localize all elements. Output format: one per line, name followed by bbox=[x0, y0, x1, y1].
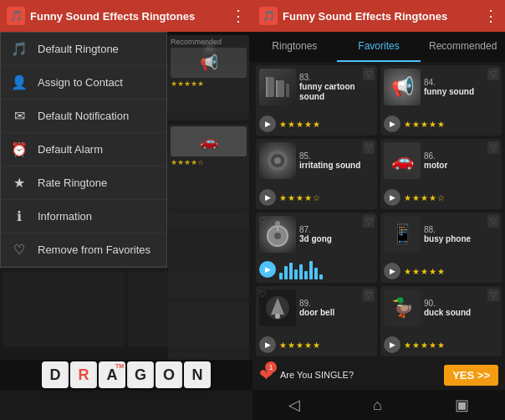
play-89[interactable]: ▶ bbox=[259, 336, 276, 353]
tab-ringtones[interactable]: Ringtones bbox=[252, 32, 337, 62]
ad-text: Are You SINGLE? bbox=[280, 370, 437, 380]
stars-84: ★★★★★ bbox=[404, 120, 446, 129]
back-button-right[interactable]: ◁ bbox=[288, 396, 300, 414]
download-icon-89[interactable]: ▽ bbox=[363, 289, 375, 301]
card-84: ▽ 📢 84. funny sound ▶ ★★★★★ bbox=[380, 65, 502, 136]
name-86: motor bbox=[424, 161, 498, 171]
menu-label-default-alarm: Default Alarm bbox=[38, 143, 103, 156]
right-title: Funny Sound Effects Ringtones bbox=[283, 10, 478, 23]
ad-heart-icon: ❤ 1 bbox=[259, 365, 273, 385]
download-icon-84[interactable]: ▽ bbox=[487, 68, 499, 80]
heart-icon-87[interactable]: ♡ bbox=[258, 215, 267, 226]
tile-a: A TM bbox=[99, 361, 125, 388]
name-84: funny sound bbox=[424, 87, 498, 97]
svg-point-9 bbox=[274, 233, 281, 239]
side-card-2: 🚗 ★★★★☆ bbox=[168, 124, 249, 209]
download-icon-90[interactable]: ▽ bbox=[487, 289, 499, 301]
svg-rect-3 bbox=[266, 77, 268, 97]
right-menu-btn[interactable]: ⋮ bbox=[483, 7, 498, 25]
play-85[interactable]: ▶ bbox=[259, 189, 276, 206]
svg-point-14 bbox=[275, 314, 280, 319]
heart-icon-89[interactable]: ♡ bbox=[258, 289, 267, 300]
stars-85: ★★★★☆ bbox=[279, 193, 321, 202]
download-icon-88[interactable]: ▽ bbox=[487, 215, 499, 228]
left-menu-btn[interactable]: ⋮ bbox=[231, 7, 246, 25]
menu-remove-favorites[interactable]: ♡ Remove from Favorites bbox=[1, 233, 166, 267]
thumb-86: 🚗 bbox=[384, 142, 421, 179]
star-icon: ★ bbox=[11, 175, 28, 191]
card-89: ♡ ▽ 89. door bell ▶ ★★★★★ bbox=[256, 286, 377, 356]
tab-recommended[interactable]: Recommended bbox=[421, 32, 505, 62]
left-panel: 🎵 Funny Sound Effects Ringtones ⋮ 🎵 Defa… bbox=[0, 0, 252, 420]
tile-n: N bbox=[184, 361, 211, 388]
info-icon: ℹ bbox=[11, 208, 28, 224]
right-panel: 🎵 Funny Sound Effects Ringtones ⋮ Ringto… bbox=[252, 0, 505, 420]
app-icon-right: 🎵 bbox=[259, 7, 278, 25]
recent-button-right[interactable]: ▣ bbox=[455, 396, 469, 414]
thumb-85 bbox=[259, 142, 296, 179]
thumb-83 bbox=[259, 69, 296, 105]
download-icon-87[interactable]: ▽ bbox=[363, 215, 375, 228]
right-tabs: Ringtones Favorites Recommended bbox=[252, 32, 505, 62]
card-85: ▽ 85. irritating sound ▶ ★★★★☆ bbox=[256, 139, 377, 209]
ad-badge: 1 bbox=[265, 361, 277, 373]
menu-assign-contact[interactable]: 👤 Assign to Contact bbox=[1, 66, 166, 100]
tile-o: O bbox=[156, 361, 182, 388]
name-89: door bell bbox=[299, 308, 374, 318]
left-header: 🎵 Funny Sound Effects Ringtones ⋮ bbox=[0, 0, 252, 32]
name-90: duck sound bbox=[424, 308, 498, 318]
svg-rect-2 bbox=[286, 84, 289, 97]
menu-information[interactable]: ℹ Information bbox=[1, 200, 166, 233]
name-87: 3d gong bbox=[299, 234, 374, 244]
card-87: ♡ ▽ 87. 3d gong ▶ bbox=[256, 213, 377, 283]
equalizer-87 bbox=[279, 259, 323, 279]
stars-88: ★★★★★ bbox=[404, 267, 446, 276]
tile-g: G bbox=[127, 361, 154, 388]
card-86: ▽ 🚗 86. motor ▶ ★★★★☆ bbox=[380, 139, 502, 209]
heart-outline-icon: ♡ bbox=[11, 242, 28, 258]
menu-rate-ringtone[interactable]: ★ Rate Ringtone bbox=[1, 166, 166, 200]
tab-favorites[interactable]: Favorites bbox=[337, 32, 421, 62]
menu-label-information: Information bbox=[38, 210, 92, 223]
right-grid: ▽ 83. funny cartoon sound ▶ bbox=[252, 62, 505, 360]
name-83: funny cartoon sound bbox=[299, 82, 374, 102]
right-bottom-nav: ◁ ⌂ ▣ bbox=[252, 390, 505, 420]
play-88[interactable]: ▶ bbox=[384, 263, 400, 279]
play-83[interactable]: ▶ bbox=[259, 115, 276, 132]
thumb-90: 🦆 bbox=[384, 289, 421, 326]
thumb-84: 📢 bbox=[384, 69, 421, 105]
left-side-grid: Recommended 📢 ★★★★★ 🚗 ★★★★☆ bbox=[165, 32, 252, 390]
play-87[interactable]: ▶ bbox=[259, 261, 276, 278]
name-88: busy phone bbox=[424, 234, 498, 244]
stars-90: ★★★★★ bbox=[404, 341, 446, 350]
menu-default-alarm[interactable]: ⏰ Default Alarm bbox=[1, 133, 166, 166]
menu-default-notification[interactable]: ✉ Default Notification bbox=[1, 100, 166, 133]
card-83: ▽ 83. funny cartoon sound ▶ bbox=[256, 65, 377, 136]
stars-86: ★★★★☆ bbox=[404, 193, 446, 202]
app-icon-left: 🎵 bbox=[7, 7, 25, 25]
download-icon-83[interactable]: ▽ bbox=[363, 68, 375, 80]
right-header: 🎵 Funny Sound Effects Ringtones ⋮ bbox=[252, 0, 505, 32]
card-90: ▽ 🦆 90. duck sound ▶ ★★★★★ bbox=[380, 286, 502, 356]
music-icon: 🎵 bbox=[11, 41, 28, 57]
play-86[interactable]: ▶ bbox=[384, 189, 400, 206]
thumb-88: 📱 bbox=[384, 216, 421, 253]
card-88: ▽ 📱 88. busy phone ▶ ★★★★★ bbox=[380, 213, 502, 283]
menu-default-ringtone[interactable]: 🎵 Default Ringtone bbox=[1, 33, 166, 66]
contact-icon: 👤 bbox=[11, 74, 28, 90]
dropdown-menu: 🎵 Default Ringtone 👤 Assign to Contact ✉… bbox=[0, 32, 167, 268]
play-90[interactable]: ▶ bbox=[384, 336, 400, 353]
name-85: irritating sound bbox=[299, 161, 374, 171]
menu-label-rate-ringtone: Rate Ringtone bbox=[38, 177, 107, 189]
svg-point-11 bbox=[275, 221, 280, 226]
home-button-right[interactable]: ⌂ bbox=[373, 397, 382, 414]
ad-cta-button[interactable]: YES >> bbox=[444, 365, 498, 386]
menu-label-remove-favorites: Remove from Favorites bbox=[38, 243, 150, 256]
download-icon-86[interactable]: ▽ bbox=[487, 141, 499, 154]
download-icon-85[interactable]: ▽ bbox=[363, 141, 375, 154]
menu-label-default-notification: Default Notification bbox=[38, 110, 129, 122]
dragon-ad: D R A TM G O N bbox=[38, 358, 214, 392]
side-card-1: Recommended 📢 ★★★★★ bbox=[168, 35, 249, 120]
stars-83: ★★★★★ bbox=[279, 120, 321, 129]
play-84[interactable]: ▶ bbox=[384, 115, 400, 132]
